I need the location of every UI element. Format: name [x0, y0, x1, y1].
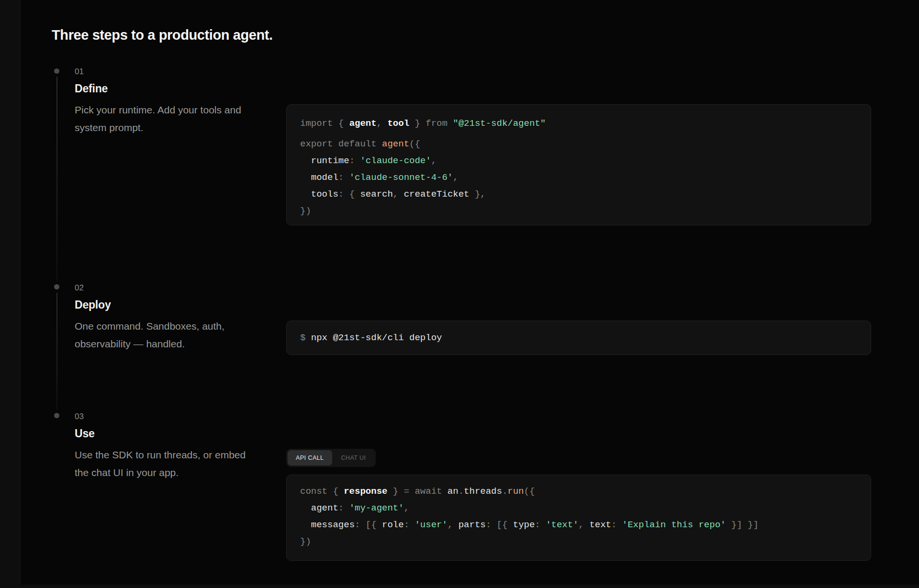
code-block-use: const { response } = await an.threads.ru… [286, 475, 871, 561]
code-line: }) [300, 533, 857, 550]
step-number: 03 [75, 412, 84, 422]
code-line: messages: [{ role: 'user', parts: [{ typ… [300, 517, 857, 533]
main-panel: Three steps to a production agent. 01 De… [21, 0, 919, 585]
step-number: 02 [75, 283, 84, 293]
timeline-dot [54, 68, 59, 74]
code-line: agent: 'my-agent', [300, 500, 857, 517]
timeline-connector [56, 293, 57, 410]
code-line: tools: { search, createTicket }, [300, 186, 857, 203]
step-description: One command. Sandboxes, auth, observabil… [75, 317, 280, 353]
timeline-connector [56, 77, 57, 281]
tab-chat-ui[interactable]: CHAT UI [333, 450, 374, 466]
code-line: import { agent, tool } from "@21st-sdk/a… [300, 115, 857, 132]
code-line: export default agent({ [300, 136, 857, 153]
step-title: Use [75, 427, 95, 440]
code-line: runtime: 'claude-code', [300, 153, 857, 169]
code-line: model: 'claude-sonnet-4-6', [300, 169, 857, 186]
tabs-container: API CALL CHAT UI [286, 449, 376, 467]
step-title: Define [75, 82, 108, 95]
timeline-dot [54, 413, 59, 418]
step-title: Deploy [75, 299, 111, 311]
step-number: 01 [75, 67, 84, 77]
step-description: Pick your runtime. Add your tools and sy… [75, 101, 280, 136]
code-line: }) [300, 203, 857, 220]
code-line: $ npx @21st-sdk/cli deploy [300, 332, 442, 344]
step-description: Use the SDK to run threads, or embed the… [75, 446, 280, 481]
timeline-dot [54, 284, 59, 289]
code-block-define: import { agent, tool } from "@21st-sdk/a… [286, 104, 871, 225]
page-title: Three steps to a production agent. [52, 27, 273, 43]
tab-api-call[interactable]: API CALL [288, 450, 332, 466]
code-block-deploy: $ npx @21st-sdk/cli deploy [286, 321, 871, 355]
code-line: const { response } = await an.threads.ru… [300, 483, 857, 500]
